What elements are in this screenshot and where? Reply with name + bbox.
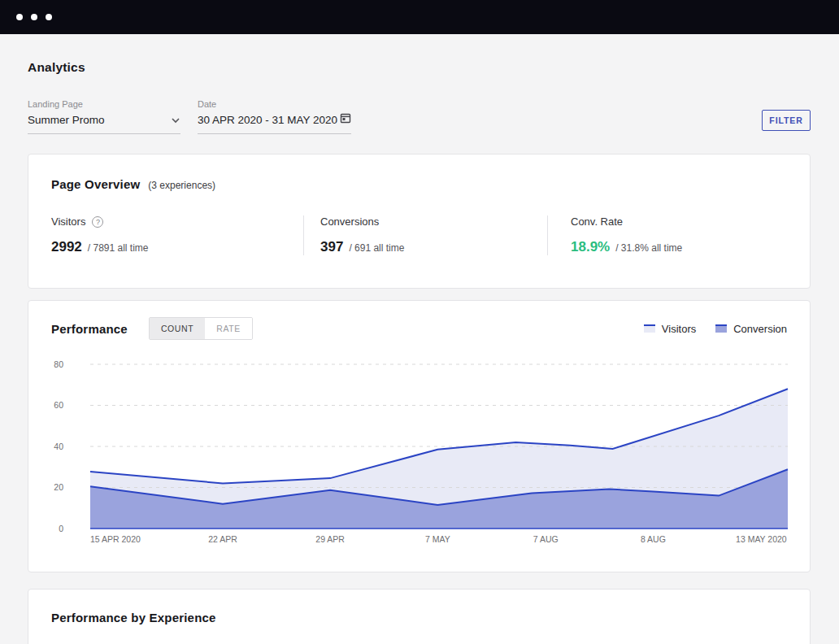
landing-page-value: Summer Promo bbox=[28, 114, 105, 126]
window-titlebar bbox=[0, 0, 839, 34]
window-dot-1[interactable] bbox=[16, 14, 23, 20]
chart-legend: Visitors Conversion bbox=[644, 323, 787, 335]
page-title: Analytics bbox=[28, 60, 811, 75]
chevron-down-icon bbox=[171, 112, 180, 127]
performance-by-experience-card: Performance by Experience bbox=[28, 589, 811, 644]
date-value: 30 APR 2020 - 31 MAY 2020 bbox=[198, 114, 337, 126]
svg-text:20: 20 bbox=[54, 482, 63, 492]
legend-conversion: Conversion bbox=[715, 323, 787, 335]
landing-page-select[interactable]: Landing Page Summer Promo bbox=[28, 99, 180, 134]
svg-text:80: 80 bbox=[54, 359, 63, 369]
svg-text:7 MAY: 7 MAY bbox=[425, 534, 450, 544]
main-content: Analytics Landing Page Summer Promo Date… bbox=[0, 60, 839, 644]
stat-label: Conversions bbox=[320, 215, 379, 228]
svg-text:40: 40 bbox=[54, 442, 63, 451]
calendar-icon bbox=[340, 112, 351, 127]
date-label: Date bbox=[198, 99, 351, 109]
stat-value: 397 bbox=[320, 239, 343, 255]
landing-page-label: Landing Page bbox=[28, 99, 180, 109]
toggle-count[interactable]: COUNT bbox=[150, 318, 205, 339]
experience-title: Performance by Experience bbox=[51, 611, 216, 624]
svg-text:0: 0 bbox=[59, 524, 63, 533]
page-overview-card: Page Overview (3 experiences) Visitors ?… bbox=[28, 154, 811, 289]
help-icon[interactable]: ? bbox=[92, 216, 103, 228]
stat-suffix: / 31.8% all time bbox=[615, 242, 682, 254]
svg-text:13 MAY 2020: 13 MAY 2020 bbox=[736, 534, 787, 544]
toggle-rate[interactable]: RATE bbox=[205, 318, 252, 339]
stat-conversions: Conversions 397 / 691 all time bbox=[303, 215, 547, 255]
overview-stats: Visitors ? 2992 / 7891 all time Conversi… bbox=[28, 215, 810, 255]
stat-label: Conv. Rate bbox=[571, 215, 623, 228]
svg-text:8 AUG: 8 AUG bbox=[641, 534, 666, 544]
overview-subtitle: (3 experiences) bbox=[148, 180, 215, 191]
window-dot-3[interactable] bbox=[46, 14, 52, 20]
stat-value: 2992 bbox=[51, 239, 82, 255]
filter-bar: Landing Page Summer Promo Date 30 APR 20… bbox=[28, 99, 811, 134]
stat-visitors: Visitors ? 2992 / 7891 all time bbox=[28, 215, 303, 255]
performance-card: Performance COUNT RATE Visitors Conversi… bbox=[28, 300, 811, 572]
svg-text:22 APR: 22 APR bbox=[208, 534, 237, 544]
performance-title: Performance bbox=[51, 322, 128, 336]
stat-suffix: / 691 all time bbox=[349, 242, 404, 254]
filter-button[interactable]: FILTER bbox=[762, 110, 811, 131]
svg-text:7 AUG: 7 AUG bbox=[533, 534, 559, 544]
overview-title: Page Overview bbox=[51, 177, 140, 191]
date-range-field[interactable]: Date 30 APR 2020 - 31 MAY 2020 bbox=[198, 99, 351, 134]
performance-chart: 02040608015 APR 202022 APR29 APR7 MAY7 A… bbox=[41, 350, 802, 561]
svg-text:60: 60 bbox=[54, 400, 63, 410]
stat-label: Visitors bbox=[51, 215, 85, 228]
stat-suffix: / 7891 all time bbox=[88, 242, 149, 254]
svg-text:15 APR 2020: 15 APR 2020 bbox=[90, 534, 141, 544]
count-rate-toggle: COUNT RATE bbox=[149, 317, 253, 340]
legend-visitors: Visitors bbox=[644, 323, 696, 335]
conversion-swatch bbox=[715, 324, 727, 333]
window-dot-2[interactable] bbox=[31, 14, 37, 20]
stat-conv-rate: Conv. Rate 18.9% / 31.8% all time bbox=[547, 215, 810, 255]
stat-value: 18.9% bbox=[571, 239, 610, 255]
svg-text:29 APR: 29 APR bbox=[315, 534, 345, 544]
visitors-swatch bbox=[644, 324, 655, 333]
